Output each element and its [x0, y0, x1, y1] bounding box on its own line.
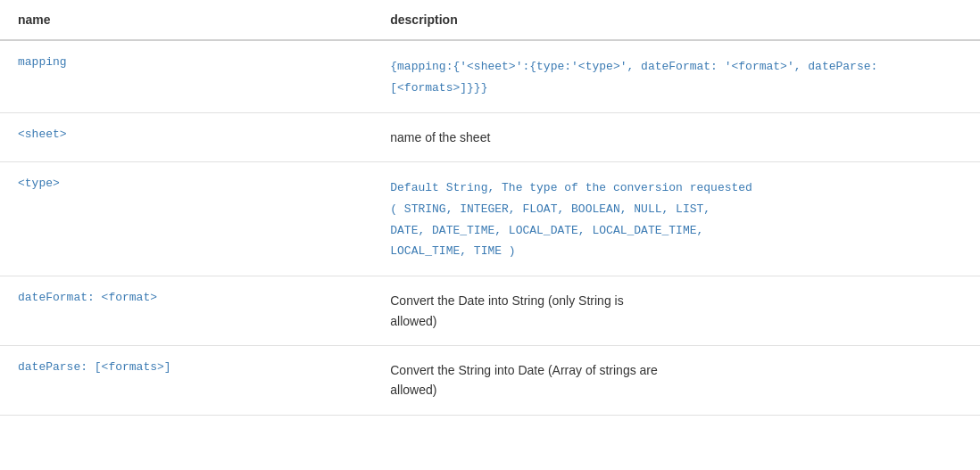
row-desc-mapping: {mapping:{'<sheet>':{type:'<type>', date…: [372, 40, 980, 112]
column-header-description: description: [372, 0, 980, 40]
desc-line1: Default String, The type of the conversi…: [390, 181, 752, 194]
desc-line1: Convert the Date into String (only Strin…: [390, 293, 623, 308]
row-desc-dateparse: Convert the String into Date (Array of s…: [372, 345, 980, 415]
table-row: dateParse: [<formats>] Convert the Strin…: [0, 345, 980, 415]
row-name-type: <type>: [0, 161, 372, 276]
desc-line2: ( STRING, INTEGER, FLOAT, BOOLEAN, NULL,…: [390, 202, 710, 216]
desc-line1: Convert the String into Date (Array of s…: [390, 363, 658, 377]
column-header-name: name: [0, 0, 372, 40]
name-value: <sheet>: [18, 128, 67, 141]
table-row: mapping {mapping:{'<sheet>':{type:'<type…: [0, 40, 980, 112]
desc-line2: allowed): [390, 314, 436, 328]
desc-value: name of the sheet: [390, 130, 490, 144]
row-name-sheet: <sheet>: [0, 112, 372, 161]
desc-line4: LOCAL_TIME, TIME ): [390, 244, 515, 258]
row-name-dateparse: dateParse: [<formats>]: [0, 345, 372, 415]
name-value: mapping: [18, 55, 67, 69]
table-header-row: name description: [0, 0, 980, 40]
main-container: name description mapping {mapping:{'<she…: [0, 0, 980, 470]
name-value: dateParse: [<formats>]: [18, 360, 171, 374]
parameters-table: name description mapping {mapping:{'<she…: [0, 0, 980, 416]
desc-line2: allowed): [390, 383, 436, 397]
row-name-mapping: mapping: [0, 40, 372, 112]
row-desc-dateformat: Convert the Date into String (only Strin…: [372, 276, 980, 346]
table-row: dateFormat: <format> Convert the Date in…: [0, 276, 980, 346]
row-desc-sheet: name of the sheet: [372, 112, 980, 161]
table-row: <sheet> name of the sheet: [0, 112, 980, 161]
row-desc-type: Default String, The type of the conversi…: [372, 161, 980, 276]
desc-line3: DATE, DATE_TIME, LOCAL_DATE, LOCAL_DATE_…: [390, 224, 703, 237]
table-row: <type> Default String, The type of the c…: [0, 161, 980, 276]
name-value: <type>: [18, 177, 60, 190]
name-value: dateFormat: <format>: [18, 291, 157, 304]
row-name-dateformat: dateFormat: <format>: [0, 276, 372, 346]
desc-value: {mapping:{'<sheet>':{type:'<type>', date…: [390, 60, 877, 95]
